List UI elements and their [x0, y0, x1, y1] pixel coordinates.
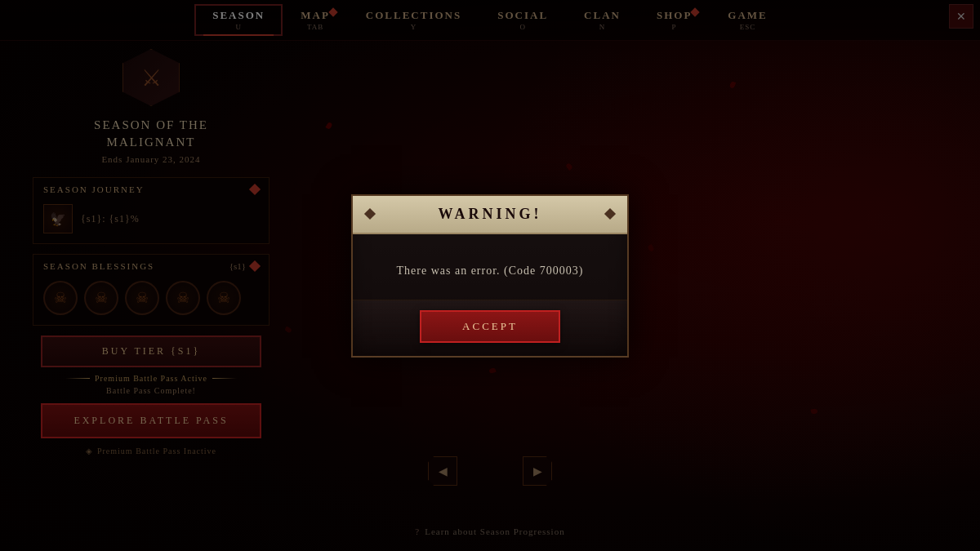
- modal-diamond-left-icon: [364, 208, 376, 220]
- modal-message: There was an error. (Code 700003): [397, 264, 584, 278]
- modal-footer: Accept: [353, 300, 627, 356]
- warning-modal: WARNING! There was an error. (Code 70000…: [351, 194, 629, 358]
- modal-header: WARNING!: [353, 196, 627, 234]
- accept-button[interactable]: Accept: [420, 310, 560, 343]
- modal-body: There was an error. (Code 700003): [353, 234, 627, 300]
- modal-overlay: WARNING! There was an error. (Code 70000…: [0, 0, 980, 551]
- modal-title: WARNING!: [438, 206, 541, 223]
- modal-diamond-right-icon: [604, 208, 616, 220]
